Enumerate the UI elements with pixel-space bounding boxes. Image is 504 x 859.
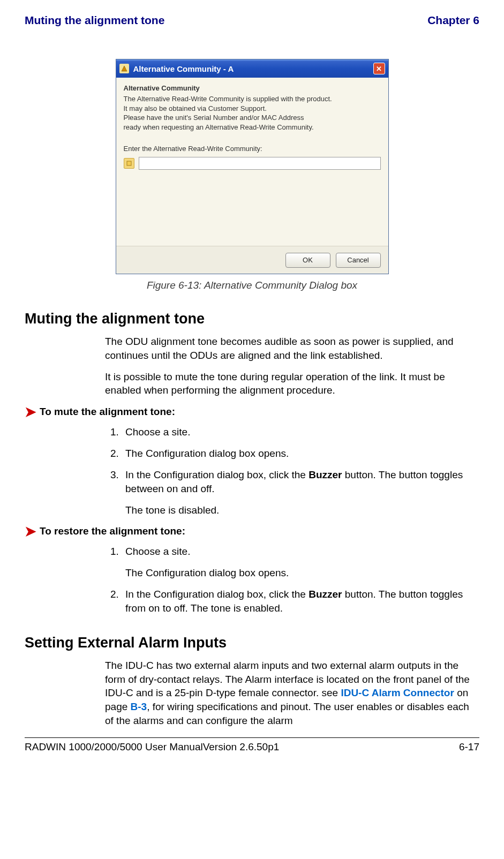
buzzer-bold: Buzzer (309, 469, 342, 480)
page-footer: RADWIN 1000/2000/5000 User ManualVersion… (25, 741, 479, 753)
dialog-body: Alternative Community The Alternative Re… (116, 78, 388, 175)
header-left: Muting the alignment tone (25, 14, 164, 27)
muting-heading: Muting the alignment tone (25, 311, 479, 327)
mute-step-3-sub: The tone is disabled. (125, 503, 479, 517)
chevron-icon: ➤ (25, 405, 36, 419)
page-header: Muting the alignment tone Chapter 6 (25, 14, 479, 27)
alarm-heading: Setting External Alarm Inputs (25, 635, 479, 651)
dialog-help-text: The Alternative Read-Write Community is … (124, 94, 381, 132)
buzzer-bold: Buzzer (309, 589, 342, 600)
dialog-titlebar: Alternative Community - A ✕ (116, 59, 388, 78)
dialog-legend: Alternative Community (124, 84, 381, 92)
svg-rect-1 (127, 161, 131, 165)
mute-step-1: 1.Choose a site. (110, 425, 479, 439)
figure-caption: Figure 6-13: Alternative Community Dialo… (147, 280, 357, 291)
mute-step-2: 2.The Configuration dialog box opens. (110, 447, 479, 461)
alternative-community-dialog: Alternative Community - A ✕ Alternative … (116, 59, 389, 274)
footer-rule (25, 737, 479, 738)
idu-c-alarm-connector-link[interactable]: IDU-C Alarm Connector (341, 687, 454, 698)
figure-block: Alternative Community - A ✕ Alternative … (25, 59, 479, 291)
close-icon: ✕ (376, 65, 382, 72)
input-row: Enter the Alternative Read-Write Communi… (124, 145, 381, 170)
mute-procedure-title: To mute the alignment tone: (40, 406, 175, 418)
dialog-title: Alternative Community - A (133, 64, 234, 73)
restore-procedure-heading: ➤ To restore the alignment tone: (25, 524, 479, 538)
mute-procedure-heading: ➤ To mute the alignment tone: (25, 405, 479, 419)
restore-step-1: 1.Choose a site. (110, 545, 479, 559)
footer-right: 6-17 (459, 741, 479, 753)
restore-steps-list-2: 2.In the Configuration dialog box, click… (110, 587, 479, 615)
close-button[interactable]: ✕ (373, 63, 385, 74)
help-line-2: It may also be obtained via Customer Sup… (124, 104, 381, 114)
ok-button-label: OK (303, 256, 313, 264)
ok-button[interactable]: OK (285, 253, 330, 268)
header-right: Chapter 6 (427, 14, 479, 27)
cancel-button[interactable]: Cancel (336, 253, 381, 268)
mute-step-3: 3.In the Configuration dialog box, click… (110, 468, 479, 496)
warning-icon (124, 158, 134, 169)
community-input[interactable] (139, 157, 381, 170)
dialog-button-bar: OK Cancel (116, 246, 388, 274)
chevron-icon: ➤ (25, 524, 36, 538)
page-ref-link[interactable]: B-3 (131, 701, 147, 712)
input-wrap (124, 157, 381, 170)
help-line-3: Please have the unit's Serial Number and… (124, 113, 381, 123)
restore-steps-list: 1.Choose a site. (110, 545, 479, 559)
help-line-1: The Alternative Read-Write Community is … (124, 94, 381, 104)
svg-marker-0 (122, 66, 127, 71)
restore-step-2: 2.In the Configuration dialog box, click… (110, 587, 479, 615)
cancel-button-label: Cancel (347, 256, 368, 264)
restore-step-1-sub: The Configuration dialog box opens. (125, 566, 479, 580)
dialog-title-icon (119, 64, 129, 73)
muting-para-1: The ODU alignment tone becomes audible a… (105, 335, 479, 363)
alarm-para: The IDU-C has two external alarm inputs … (105, 659, 479, 728)
mute-steps-list: 1.Choose a site. 2.The Configuration dia… (110, 425, 479, 495)
muting-para-2: It is possible to mute the tone during r… (105, 370, 479, 398)
input-label: Enter the Alternative Read-Write Communi… (124, 145, 381, 153)
footer-left: RADWIN 1000/2000/5000 User ManualVersion… (25, 741, 279, 753)
help-line-4: ready when requesting an Alternative Rea… (124, 123, 381, 132)
restore-procedure-title: To restore the alignment tone: (40, 525, 185, 537)
